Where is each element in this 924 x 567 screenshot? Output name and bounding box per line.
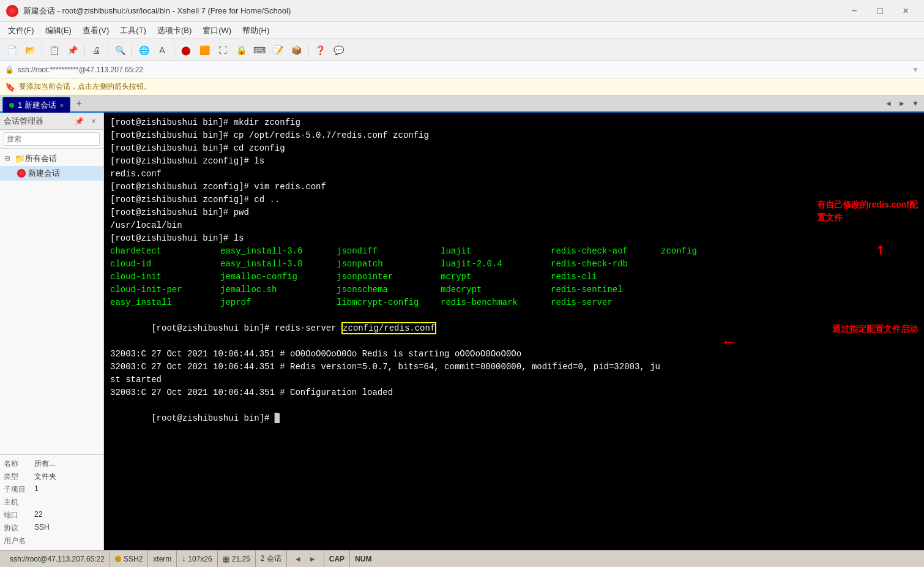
status-next-btn[interactable]: ► xyxy=(307,552,319,566)
tab-prev-button[interactable]: ◄ xyxy=(882,97,895,110)
terminal-line-4: [root@zishibushui zconfig]# ls xyxy=(110,155,918,168)
session-close-btn[interactable]: × xyxy=(88,115,100,127)
ls-col-1: chardetect cloud-id cloud-init cloud-ini… xyxy=(110,245,220,309)
ls-output: chardetect cloud-id cloud-init cloud-ini… xyxy=(110,245,918,309)
status-protocol-label: SSH2 xyxy=(124,555,143,563)
titlebar: 新建会话 - root@zishibushui:/usr/local/bin -… xyxy=(0,0,924,22)
terminal-line-6: [root@zishibushui zconfig]# vim redis.co… xyxy=(110,181,918,193)
session-search-input[interactable] xyxy=(4,132,100,146)
prop-label-type: 类型 xyxy=(4,471,34,482)
status-prev-btn[interactable]: ◄ xyxy=(292,552,304,566)
ls-col-6: zconfig xyxy=(661,245,734,309)
toolbar-xshell-btn[interactable]: ⬤ xyxy=(177,42,195,59)
tab-new-session[interactable]: 1 新建会话 × xyxy=(2,97,70,113)
window-title: 新建会话 - root@zishibushui:/usr/local/bin -… xyxy=(23,6,291,17)
toolbar-print-btn[interactable]: 🖨 xyxy=(88,42,105,59)
titlebar-left: 新建会话 - root@zishibushui:/usr/local/bin -… xyxy=(6,5,291,17)
terminal-line-2: [root@zishibushui bin]# cp /opt/redis-5.… xyxy=(110,129,918,142)
toolbar-help-btn[interactable]: ❓ xyxy=(311,42,329,59)
prop-value-username xyxy=(34,536,100,546)
terminal-line-7: [root@zishibushui zconfig]# cd .. xyxy=(110,193,918,206)
status-cursor-label: 21,25 xyxy=(232,555,250,563)
toolbar-copy-btn[interactable]: 📋 xyxy=(45,42,62,59)
status-size: ↕ 107x26 xyxy=(177,550,217,568)
terminal[interactable]: [root@zishibushui bin]# mkdir zconfig [r… xyxy=(104,113,924,550)
status-cursor: ▦ 21,25 xyxy=(218,550,256,568)
toolbar-font-btn[interactable]: A xyxy=(154,42,171,59)
toolbar-search-btn[interactable]: 🔍 xyxy=(111,42,129,59)
status-encoding: xterm xyxy=(148,550,177,568)
toolbar-fullscreen-btn[interactable]: ⛶ xyxy=(214,42,231,59)
session-search-area xyxy=(0,130,103,149)
maximize-button[interactable]: □ xyxy=(868,0,892,22)
terminal-line-redis-start-3: 32003:C 27 Oct 2021 10:06:44.351 # Confi… xyxy=(110,386,918,399)
terminal-wrapper: [root@zishibushui bin]# mkdir zconfig [r… xyxy=(104,113,924,550)
status-cursor-icon: ▦ xyxy=(223,555,229,563)
tree-item-all-sessions[interactable]: ⊟ 📁 所有会话 xyxy=(0,151,103,166)
prop-label-host: 主机 xyxy=(4,497,34,508)
toolbar-compose-btn[interactable]: ⌨ xyxy=(251,42,268,59)
prop-label-username: 用户名 xyxy=(4,536,34,546)
terminal-line-8: [root@zishibushui bin]# pwd xyxy=(110,206,918,219)
toolbar-paste-btn[interactable]: 📌 xyxy=(64,42,81,59)
close-button[interactable]: × xyxy=(893,0,918,22)
address-dropdown-icon[interactable]: ▼ xyxy=(912,66,919,74)
tab-close-icon[interactable]: × xyxy=(60,102,64,109)
session-pin-btn[interactable]: 📌 xyxy=(73,115,85,127)
tree-item-new-session[interactable]: 新建会话 xyxy=(0,166,103,181)
toolbar-sep6 xyxy=(308,43,308,57)
prop-value-protocol: SSH xyxy=(34,523,100,533)
toolbar-sep1 xyxy=(42,43,42,57)
terminal-line-3: [root@zishibushui bin]# cd zconfig xyxy=(110,142,918,155)
toolbar-script-btn[interactable]: 📝 xyxy=(269,42,286,59)
prop-row-subitems: 子项目 1 xyxy=(0,483,103,496)
menu-file[interactable]: 文件(F) xyxy=(3,23,39,38)
terminal-line-5: redis.conf xyxy=(110,168,918,181)
prop-label-name: 名称 xyxy=(4,459,34,469)
status-num: NUM xyxy=(350,550,376,568)
tree-item-session-label: 新建会话 xyxy=(28,168,60,179)
tab-list-button[interactable]: ▼ xyxy=(909,97,922,110)
toolbar-new-btn[interactable]: 📄 xyxy=(3,42,20,59)
prop-value-port: 22 xyxy=(34,510,100,520)
menu-help[interactable]: 帮助(H) xyxy=(237,23,274,38)
menu-window[interactable]: 窗口(W) xyxy=(198,23,236,38)
terminal-line-10: [root@zishibushui bin]# ls xyxy=(110,232,918,245)
toolbar-transfer-btn[interactable]: 📦 xyxy=(288,42,305,59)
prop-row-username: 用户名 xyxy=(0,535,103,547)
prop-row-protocol: 协议 SSH xyxy=(0,522,103,535)
toolbar-sep3 xyxy=(108,43,108,57)
toolbar-globe-btn[interactable]: 🌐 xyxy=(135,42,152,59)
ls-col-3: jsondiff jsonpatch jsonpointer jsonschem… xyxy=(337,245,441,309)
tree-expand-icon: ⊟ xyxy=(5,155,12,162)
toolbar-db-btn[interactable]: 🟧 xyxy=(196,42,213,59)
menu-view[interactable]: 查看(V) xyxy=(78,23,114,38)
menu-edit[interactable]: 编辑(E) xyxy=(40,23,76,38)
infobar: 🔖 要添加当前会话，点击左侧的箭头按钮。 xyxy=(0,78,924,96)
status-protocol: SSH2 xyxy=(110,550,148,568)
minimize-button[interactable]: − xyxy=(842,0,866,22)
terminal-line-9: /usr/local/bin xyxy=(110,219,918,232)
terminal-line-1: [root@zishibushui bin]# mkdir zconfig xyxy=(110,116,918,129)
menubar: 文件(F) 编辑(E) 查看(V) 工具(T) 选项卡(B) 窗口(W) 帮助(… xyxy=(0,22,924,39)
status-size-label: 107x26 xyxy=(188,555,212,563)
menu-tools[interactable]: 工具(T) xyxy=(115,23,151,38)
terminal-line-redis-start-2: 32003:C 27 Oct 2021 10:06:44.351 # Redis… xyxy=(110,361,918,374)
tab-add-button[interactable]: + xyxy=(72,97,86,110)
toolbar-open-btn[interactable]: 📂 xyxy=(21,42,39,59)
info-arrow-icon: 🔖 xyxy=(5,82,15,92)
toolbar-lock-btn[interactable]: 🔒 xyxy=(233,42,250,59)
session-panel-title: 会话管理器 xyxy=(4,116,70,127)
toolbar-sep5 xyxy=(174,43,174,57)
infobar-text: 要添加当前会话，点击左侧的箭头按钮。 xyxy=(19,81,151,92)
toolbar-chat-btn[interactable]: 💬 xyxy=(330,42,347,59)
prop-value-host xyxy=(34,497,100,508)
tab-next-button[interactable]: ► xyxy=(896,97,908,110)
menu-tabs[interactable]: 选项卡(B) xyxy=(152,23,196,38)
tab-label: 1 新建会话 xyxy=(18,100,56,111)
window-controls: − □ × xyxy=(842,0,918,22)
session-tree: ⊟ 📁 所有会话 新建会话 xyxy=(0,149,103,454)
status-nav-arrows: ◄ ► xyxy=(287,550,324,568)
terminal-line-redis-start-1: 32003:C 27 Oct 2021 10:06:44.351 # oO0Oo… xyxy=(110,348,918,361)
tabbar: 1 新建会话 × + ◄ ► ▼ xyxy=(0,96,924,113)
